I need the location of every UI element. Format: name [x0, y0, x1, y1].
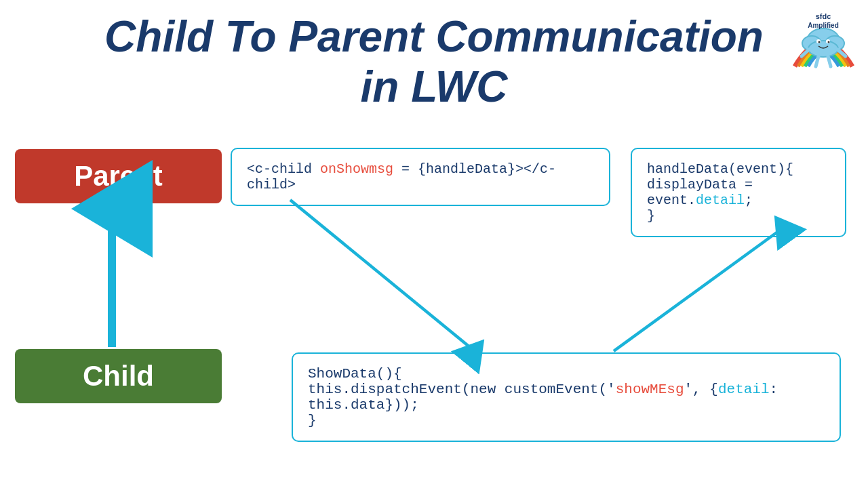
code-bottom-line2: this.dispatchEvent(new customEvent('show… [308, 382, 825, 413]
code-right-line3: } [647, 208, 830, 224]
code-bottom-line1: ShowData(){ [308, 366, 825, 382]
code-to-child-arrow [290, 200, 475, 351]
logo: sfdc Amplified [785, 5, 863, 86]
code-right-line1: handleData(event){ [647, 161, 830, 177]
svg-point-6 [818, 41, 821, 43]
svg-point-3 [808, 41, 838, 57]
svg-point-7 [828, 41, 830, 43]
child-to-right-code-arrow [614, 228, 783, 351]
parent-box: Parent [15, 149, 222, 203]
parent-label: Parent [74, 160, 163, 192]
code-highlight-red: onShowmsg [320, 161, 393, 177]
child-box: Child [15, 349, 222, 403]
code-bottom-line3: } [308, 413, 825, 428]
svg-text:Amplified: Amplified [808, 22, 839, 29]
code-right-line2: displayData = event.detail; [647, 177, 830, 208]
svg-text:sfdc: sfdc [816, 12, 831, 20]
child-label: Child [83, 360, 154, 392]
page-title: Child To Parent Communication in LWC [0, 0, 868, 112]
code-top-text: <c-child onShowmsg = {handleData}></c-ch… [247, 161, 556, 192]
code-box-right: handleData(event){ displayData = event.d… [631, 148, 846, 237]
code-box-bottom: ShowData(){ this.dispatchEvent(new custo… [292, 352, 841, 442]
code-box-top: <c-child onShowmsg = {handleData}></c-ch… [231, 148, 610, 206]
